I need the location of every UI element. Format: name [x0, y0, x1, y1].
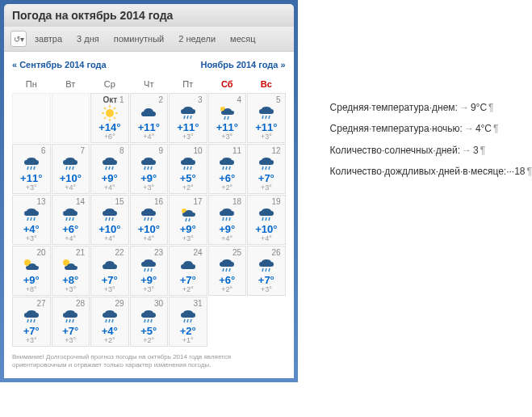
day-cell[interactable]: 2+11°+4°	[130, 93, 169, 143]
temps: +10°+4°	[94, 224, 126, 243]
stat-sunny-days: Количество·солнечных·дней:→3	[330, 140, 532, 161]
empty-cell	[12, 93, 51, 143]
svg-line-9	[184, 116, 185, 119]
svg-line-42	[66, 217, 67, 221]
day-cell[interactable]: 16+10°+4°	[130, 195, 169, 245]
day-cell[interactable]: 26+7°+3°	[247, 246, 286, 296]
day-cell[interactable]: 10+5°+2°	[169, 144, 207, 194]
temps: +7°+3°	[15, 326, 48, 345]
day-number: 29	[94, 299, 126, 308]
svg-line-11	[191, 116, 191, 119]
temps: +8°+3°	[55, 275, 87, 294]
weekday-header: Вт	[52, 76, 90, 92]
weekday-header: Чт	[130, 76, 169, 92]
svg-line-39	[27, 217, 28, 221]
day-number: 7	[55, 146, 87, 155]
day-number: 20	[15, 248, 48, 257]
svg-line-80	[145, 319, 145, 322]
svg-line-35	[229, 166, 230, 170]
day-cell[interactable]: 13+4°+3°	[12, 195, 51, 245]
day-cell[interactable]: 12+7°+3°	[247, 144, 286, 194]
svg-line-43	[69, 217, 70, 221]
svg-line-30	[184, 166, 185, 170]
tab-month[interactable]: месяц	[224, 31, 262, 47]
day-number: 18	[212, 197, 244, 206]
day-cell[interactable]: 21+8°+3°	[52, 246, 90, 296]
day-cell[interactable]: 11+6°+2°	[208, 144, 247, 194]
history-icon[interactable]: ↺▾	[10, 31, 27, 47]
svg-line-34	[226, 166, 227, 170]
svg-line-6	[114, 117, 115, 119]
rain-icon	[250, 257, 283, 275]
day-cell[interactable]: 30+5°+2°	[130, 297, 169, 347]
svg-line-26	[112, 166, 113, 170]
svg-line-32	[191, 166, 191, 170]
tab-3days[interactable]: 3 дня	[70, 31, 106, 47]
day-cell[interactable]: 6+11°+3°	[12, 144, 51, 194]
svg-line-67	[229, 268, 230, 272]
day-number: 9	[133, 146, 165, 155]
temps: +9°+4°	[212, 224, 244, 243]
svg-line-56	[229, 217, 230, 221]
day-cell[interactable]: 18+9°+4°	[208, 195, 247, 245]
day-number: 10	[172, 146, 204, 155]
prev-month-link[interactable]: « Сентябрь 2014 года	[12, 60, 107, 70]
svg-line-16	[266, 116, 266, 119]
temps: +7°+3°	[55, 326, 87, 345]
svg-line-65	[223, 268, 224, 272]
tab-minute[interactable]: поминутный	[107, 31, 171, 47]
day-cell[interactable]: 29+4°+2°	[90, 297, 129, 347]
day-cell[interactable]: 19+10°+4°	[247, 195, 286, 245]
day-cell[interactable]: 3+11°+3°	[169, 93, 207, 143]
day-number: 4	[212, 95, 244, 104]
rain-icon	[172, 308, 204, 326]
day-cell[interactable]: 31+2°+1°	[169, 297, 207, 347]
next-month-link[interactable]: Ноябрь 2014 года »	[200, 60, 285, 70]
day-cell[interactable]: 20+9°+8°	[12, 246, 51, 296]
day-number: 12	[250, 146, 283, 155]
day-number: 11	[212, 146, 244, 155]
day-cell[interactable]: 27+7°+3°	[12, 297, 51, 347]
day-number: 13	[15, 197, 48, 206]
weekday-header: Вс	[247, 76, 286, 92]
day-number: 14	[55, 197, 87, 206]
svg-line-24	[106, 166, 107, 170]
temps: +11°+3°	[172, 122, 204, 141]
day-cell[interactable]: 25+6°+2°	[208, 246, 247, 296]
svg-line-75	[69, 319, 70, 322]
temps: +2°+1°	[172, 326, 204, 345]
day-cell[interactable]: 24+7°+2°	[169, 246, 207, 296]
day-cell[interactable]: 4+11°+3°	[208, 93, 247, 143]
svg-line-29	[151, 166, 152, 170]
tab-tomorrow[interactable]: завтра	[28, 31, 69, 47]
day-cell[interactable]: 23+9°+3°	[130, 246, 169, 296]
day-number: 24	[172, 248, 204, 257]
svg-line-81	[148, 319, 149, 322]
partrain-icon	[212, 104, 244, 122]
svg-line-54	[223, 217, 224, 221]
day-number: 22	[94, 248, 126, 257]
day-cell[interactable]: 5+11°+3°	[247, 93, 286, 143]
day-cell[interactable]: 9+9°+3°	[130, 144, 169, 194]
day-cell[interactable]: 17+9°+3°	[169, 195, 207, 245]
day-cell[interactable]: Окт 1+14°+6°	[90, 93, 129, 143]
svg-line-63	[148, 268, 149, 272]
svg-line-62	[145, 268, 145, 272]
day-number: 23	[133, 248, 165, 257]
day-cell[interactable]: 15+10°+4°	[90, 195, 129, 245]
temps: +4°+2°	[94, 326, 126, 345]
day-cell[interactable]: 28+7°+3°	[52, 297, 90, 347]
day-cell[interactable]: 14+6°+4°	[52, 195, 90, 245]
rain-icon	[133, 155, 165, 173]
rain-icon	[250, 104, 283, 122]
day-number: 28	[55, 299, 87, 308]
day-cell[interactable]: 7+10°+4°	[52, 144, 90, 194]
svg-line-66	[226, 268, 227, 272]
rain-icon	[15, 308, 48, 326]
day-cell[interactable]: 8+9°+4°	[90, 144, 129, 194]
tab-2weeks[interactable]: 2 недели	[172, 31, 222, 47]
rain-icon	[55, 206, 87, 224]
temps: +11°+3°	[15, 173, 48, 192]
temps: +14°+6°	[94, 122, 126, 141]
day-cell[interactable]: 22+7°+3°	[90, 246, 129, 296]
